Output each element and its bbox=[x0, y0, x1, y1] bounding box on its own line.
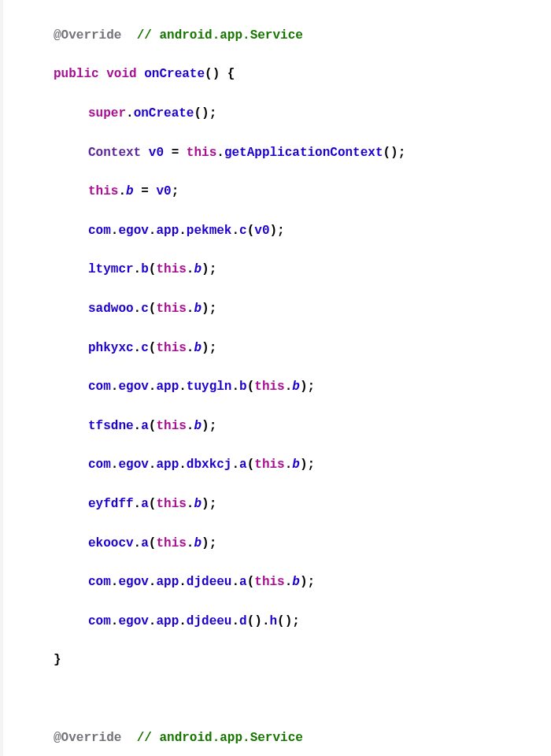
keyword-this: this bbox=[254, 458, 284, 472]
pkg: egov bbox=[118, 380, 148, 394]
code-line: Context v0 = this.getApplicationContext(… bbox=[9, 143, 551, 163]
pkg: egov bbox=[118, 458, 148, 472]
keyword-this: this bbox=[156, 497, 186, 511]
field: b bbox=[194, 419, 202, 433]
pkg: com bbox=[88, 458, 111, 472]
variable: v0 bbox=[149, 146, 164, 160]
pkg: egov bbox=[118, 224, 148, 238]
method-call: a bbox=[239, 575, 247, 589]
code-line: com.egov.app.tuygln.b(this.b); bbox=[9, 377, 551, 397]
class-ref: dbxkcj bbox=[187, 458, 232, 472]
class-ref: ltymcr bbox=[88, 262, 134, 276]
pkg: app bbox=[156, 224, 179, 238]
method-call: a bbox=[141, 536, 149, 550]
pkg: app bbox=[156, 380, 179, 394]
code-line: eyfdff.a(this.b); bbox=[9, 495, 551, 514]
method-call: b bbox=[141, 262, 149, 276]
code-line: } bbox=[9, 650, 551, 670]
field: b bbox=[194, 341, 202, 355]
keyword-this: this bbox=[156, 302, 186, 316]
class-ref: tuygln bbox=[187, 380, 232, 394]
blank-line bbox=[9, 690, 551, 710]
field: b bbox=[126, 184, 134, 198]
keyword-this: this bbox=[156, 262, 186, 276]
class-ref: djdeeu bbox=[187, 614, 232, 628]
keyword-this: this bbox=[254, 575, 284, 589]
keyword-this: this bbox=[156, 536, 186, 550]
field: b bbox=[194, 497, 202, 511]
code-line: tfsdne.a(this.b); bbox=[9, 417, 551, 436]
annotation: @Override bbox=[54, 731, 121, 745]
pkg: app bbox=[156, 458, 179, 472]
code-line: com.egov.app.dbxkcj.a(this.b); bbox=[9, 455, 551, 475]
class-ref: phkyxc bbox=[88, 341, 134, 355]
code-line: ekoocv.a(this.b); bbox=[9, 534, 551, 554]
variable: v0 bbox=[156, 184, 171, 198]
keyword-this: this bbox=[88, 184, 118, 198]
comment: // android.app.Service bbox=[137, 28, 303, 43]
method-call: onCreate bbox=[134, 106, 194, 120]
code-line: @Override // android.app.Service bbox=[9, 728, 551, 748]
class-ref: djdeeu bbox=[187, 575, 232, 589]
keyword-public: public bbox=[54, 67, 99, 81]
keyword-super: super bbox=[88, 106, 126, 120]
code-line: sadwoo.c(this.b); bbox=[9, 299, 551, 319]
code-line: com.egov.app.djdeeu.a(this.b); bbox=[9, 573, 551, 592]
method-call: c bbox=[239, 224, 247, 238]
pkg: app bbox=[156, 575, 179, 589]
code-line: ltymcr.b(this.b); bbox=[9, 260, 551, 280]
field: b bbox=[194, 302, 202, 316]
field: b bbox=[194, 536, 202, 550]
method-call: a bbox=[239, 458, 247, 472]
field: b bbox=[194, 262, 202, 276]
code-line: public void onCreate() { bbox=[9, 65, 551, 84]
method-call: b bbox=[239, 380, 247, 394]
class-ref: eyfdff bbox=[88, 497, 134, 511]
code-line: com.egov.app.pekmek.c(v0); bbox=[9, 221, 551, 241]
class-ref: ekoocv bbox=[88, 536, 134, 550]
code-line: phkyxc.c(this.b); bbox=[9, 339, 551, 358]
keyword-void: void bbox=[106, 67, 136, 81]
code-line: com.egov.app.djdeeu.d().h(); bbox=[9, 612, 551, 632]
keyword-this: this bbox=[254, 380, 284, 394]
code-line: this.b = v0; bbox=[9, 182, 551, 202]
pkg: com bbox=[88, 224, 111, 238]
keyword-this: this bbox=[187, 146, 216, 160]
pkg: egov bbox=[118, 614, 148, 628]
class-ref: pekmek bbox=[187, 224, 232, 238]
code-line: @Override // android.app.Service bbox=[9, 26, 551, 46]
class-ref: tfsdne bbox=[88, 419, 134, 433]
method-call: d bbox=[239, 614, 247, 628]
method-call: a bbox=[141, 419, 149, 433]
method-name: onCreate bbox=[144, 67, 205, 81]
pkg: com bbox=[88, 380, 111, 394]
method-call: a bbox=[141, 497, 149, 511]
type-name: Context bbox=[88, 146, 141, 160]
method-call: h bbox=[270, 614, 278, 628]
annotation: @Override bbox=[54, 28, 121, 43]
pkg: com bbox=[88, 575, 111, 589]
pkg: app bbox=[156, 614, 179, 628]
keyword-this: this bbox=[156, 419, 186, 433]
keyword-this: this bbox=[156, 341, 186, 355]
field: b bbox=[292, 380, 300, 394]
pkg: egov bbox=[118, 575, 148, 589]
method-call: c bbox=[141, 341, 149, 355]
method-call: c bbox=[141, 302, 149, 316]
variable: v0 bbox=[254, 224, 269, 238]
class-ref: sadwoo bbox=[88, 302, 134, 316]
pkg: com bbox=[88, 614, 111, 628]
method-call: getApplicationContext bbox=[224, 146, 383, 160]
comment: // android.app.Service bbox=[137, 731, 303, 745]
field: b bbox=[292, 458, 300, 472]
field: b bbox=[292, 575, 300, 589]
code-block: @Override // android.app.Service public … bbox=[0, 0, 551, 756]
code-line: super.onCreate(); bbox=[9, 104, 551, 124]
